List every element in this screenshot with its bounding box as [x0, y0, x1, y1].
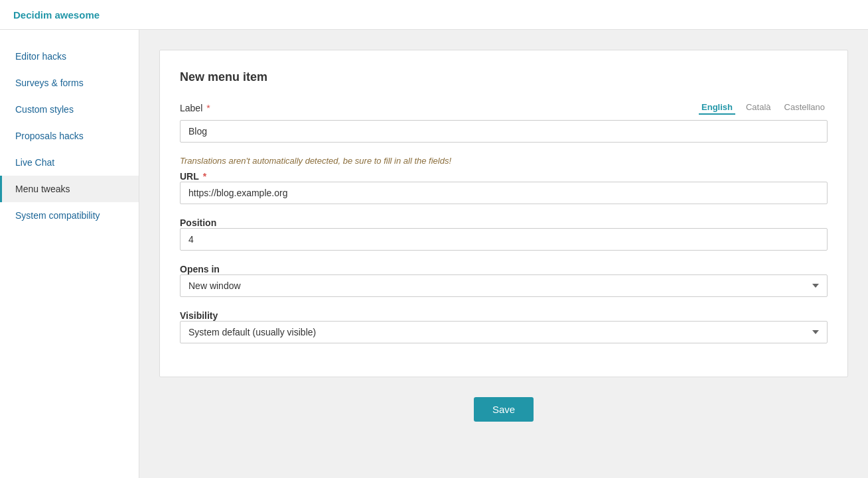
label-field-label: Label *	[180, 103, 210, 113]
position-field-label: Position	[180, 217, 828, 228]
translation-notice: Translations aren't automatically detect…	[180, 156, 828, 166]
save-bar: Save	[159, 397, 848, 422]
label-required-star: *	[204, 103, 210, 113]
save-button[interactable]: Save	[474, 397, 534, 422]
layout: Editor hacksSurveys & formsCustom styles…	[0, 30, 868, 478]
lang-tab-english[interactable]: English	[699, 101, 735, 115]
main-content: New menu item Label * EnglishCatalàCaste…	[139, 30, 868, 478]
lang-tab-castellano[interactable]: Castellano	[782, 101, 828, 115]
sidebar-item-menu-tweaks[interactable]: Menu tweaks	[0, 176, 139, 202]
url-required-star: *	[200, 171, 206, 182]
label-field-group: Label * EnglishCatalàCastellano	[180, 101, 828, 143]
form-title: New menu item	[180, 70, 828, 84]
app-title[interactable]: Decidim awesome	[13, 9, 100, 21]
sidebar-item-surveys-forms[interactable]: Surveys & forms	[0, 70, 139, 96]
label-input[interactable]	[180, 120, 828, 143]
sidebar-item-live-chat[interactable]: Live Chat	[0, 149, 139, 176]
sidebar-item-custom-styles[interactable]: Custom styles	[0, 96, 139, 123]
visibility-select[interactable]: System default (usually visible)Always v…	[180, 321, 828, 343]
opens-in-label: Opens in	[180, 264, 828, 274]
opens-in-field-group: Opens in New windowSame window	[180, 264, 828, 297]
position-field-group: Position	[180, 217, 828, 251]
url-input[interactable]	[180, 182, 828, 204]
lang-tab-catala[interactable]: Català	[743, 101, 774, 115]
label-text: Label	[180, 103, 202, 113]
lang-tabs: EnglishCatalàCastellano	[699, 101, 828, 115]
sidebar: Editor hacksSurveys & formsCustom styles…	[0, 30, 139, 478]
sidebar-item-system-compatibility[interactable]: System compatibility	[0, 202, 139, 229]
sidebar-item-editor-hacks[interactable]: Editor hacks	[0, 43, 139, 70]
form-card: New menu item Label * EnglishCatalàCaste…	[159, 50, 848, 377]
url-field-group: URL *	[180, 171, 828, 204]
visibility-label: Visibility	[180, 310, 828, 321]
sidebar-item-proposals-hacks[interactable]: Proposals hacks	[0, 123, 139, 149]
opens-in-select[interactable]: New windowSame window	[180, 274, 828, 297]
visibility-field-group: Visibility System default (usually visib…	[180, 310, 828, 343]
position-input[interactable]	[180, 228, 828, 251]
top-bar: Decidim awesome	[0, 0, 868, 30]
label-field-header: Label * EnglishCatalàCastellano	[180, 101, 828, 115]
url-field-label: URL *	[180, 171, 828, 182]
